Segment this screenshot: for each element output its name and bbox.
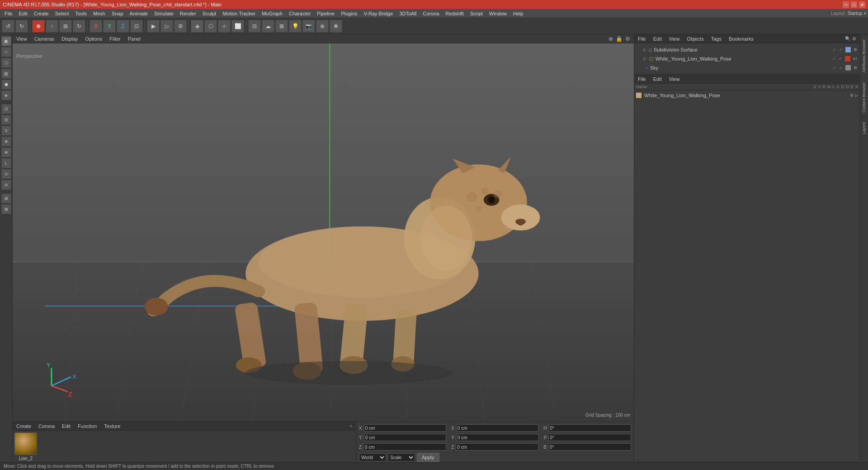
menu-mograph[interactable]: MoGraph xyxy=(259,10,285,17)
background-button[interactable]: ⊠ xyxy=(275,20,288,33)
obj-menu-edit[interactable]: Edit xyxy=(651,35,664,42)
tool-2[interactable]: ⊹ xyxy=(1,47,11,57)
x-axis-button[interactable]: X xyxy=(90,20,102,33)
attr-menu-view[interactable]: View xyxy=(667,75,682,83)
vp-menu-view[interactable]: View xyxy=(14,35,29,42)
tool-16[interactable]: ⊠ xyxy=(1,204,11,214)
edge-mode-button[interactable]: ⬡ xyxy=(204,20,217,33)
z-axis-button[interactable]: Z xyxy=(117,20,129,33)
obj-menu-view[interactable]: View xyxy=(667,35,682,42)
menu-select[interactable]: Select xyxy=(52,10,72,17)
coord-x2-input[interactable] xyxy=(456,424,539,432)
material-thumbnail[interactable] xyxy=(14,432,37,455)
polygon-mode-button[interactable]: ◈ xyxy=(191,20,203,33)
subdivision-check1[interactable]: ✓ xyxy=(833,47,836,52)
menu-window[interactable]: Window xyxy=(486,10,509,17)
tool-6[interactable]: ◈ xyxy=(1,90,11,100)
vp-icon-settings[interactable]: ⚙ xyxy=(625,36,630,42)
menu-tools[interactable]: Tools xyxy=(72,10,90,17)
vp-menu-options[interactable]: Options xyxy=(83,35,104,42)
subdivision-check2[interactable]: ✓ xyxy=(839,47,843,52)
tool-1[interactable]: ▣ xyxy=(1,36,11,46)
mat-menu-create[interactable]: Create xyxy=(14,423,33,430)
coord-b-input[interactable] xyxy=(548,443,631,451)
menu-plugins[interactable]: Plugins xyxy=(338,10,360,17)
material-item[interactable]: Lion_2 xyxy=(14,432,37,461)
target-button[interactable]: ⊕ xyxy=(316,20,329,33)
menu-character[interactable]: Character xyxy=(286,10,313,17)
tool-8[interactable]: ⊟ xyxy=(1,115,11,125)
live-selection-button[interactable]: ⊕ xyxy=(32,20,45,33)
point-mode-button[interactable]: ⊹ xyxy=(218,20,231,33)
layout-arrow[interactable]: ▾ xyxy=(864,11,866,16)
sky-check1[interactable]: ✓ xyxy=(833,66,836,70)
coord-z-input[interactable] xyxy=(363,443,446,451)
scale-dropdown[interactable]: Scale xyxy=(388,453,415,461)
floor-button[interactable]: ⊟ xyxy=(248,20,261,33)
vp-icon-lock[interactable]: 🔒 xyxy=(616,36,623,42)
move-button[interactable]: ↑ xyxy=(46,20,58,33)
render-to-picture-button[interactable]: ▶ xyxy=(147,20,160,33)
menu-animate[interactable]: Animate xyxy=(127,10,151,17)
lion-check1[interactable]: ✓ xyxy=(832,56,836,61)
viewport[interactable]: View Cameras Display Options Filter Pane… xyxy=(13,34,634,421)
menu-3dtoall[interactable]: 3DToAll xyxy=(396,10,419,17)
attributes-browser-tab[interactable]: Attributes Browser xyxy=(860,34,868,77)
mat-menu-edit[interactable]: Edit xyxy=(60,423,72,430)
attr-item-lion[interactable]: White_Young_Lion_Walking_Pose ⚙ ▷ xyxy=(634,90,860,100)
tool-7[interactable]: ⊡ xyxy=(1,104,11,114)
rotate-button[interactable]: ↻ xyxy=(73,20,85,33)
vp-menu-cameras[interactable]: Cameras xyxy=(33,35,57,42)
coord-h-input[interactable] xyxy=(549,424,632,432)
object-mode-button[interactable]: ⬜ xyxy=(231,20,244,33)
tool-3[interactable]: ⬡ xyxy=(1,58,11,68)
scene-area[interactable]: X Y Z Perspective Grid Spacing : 100 cm xyxy=(13,43,634,421)
menu-snap[interactable]: Snap xyxy=(109,10,126,17)
minimize-button[interactable]: ─ xyxy=(843,1,849,8)
menu-corona[interactable]: Corona xyxy=(420,10,442,17)
mat-menu-function[interactable]: Function xyxy=(76,423,99,430)
menu-create[interactable]: Create xyxy=(31,10,52,17)
apply-button[interactable]: Apply xyxy=(417,453,439,462)
obj-menu-tags[interactable]: Tags xyxy=(709,35,723,42)
obj-item-sky[interactable]: ○ Sky ✓ ✓ ⚙ xyxy=(636,63,858,72)
mat-menu-corona[interactable]: Corona xyxy=(37,423,57,430)
tool-15[interactable]: ⊞ xyxy=(1,193,11,203)
edit-render-settings-button[interactable]: ⚙ xyxy=(174,20,187,33)
menu-script[interactable]: Script xyxy=(467,10,486,17)
coord-x-input[interactable] xyxy=(364,424,447,432)
tool-10[interactable]: ⊕ xyxy=(1,136,11,146)
obj-menu-objects[interactable]: Objects xyxy=(685,35,705,42)
obj-menu-bookmarks[interactable]: Bookmarks xyxy=(727,35,755,42)
scale-button[interactable]: ⊞ xyxy=(59,20,72,33)
world-space-button[interactable]: ⊡ xyxy=(130,20,143,33)
obj-search-icon[interactable]: 🔍 xyxy=(845,36,850,41)
menu-motion-tracker[interactable]: Motion Tracker xyxy=(220,10,258,17)
obj-menu-file[interactable]: File xyxy=(636,35,648,42)
coord-p-input[interactable] xyxy=(548,434,631,441)
tool-13[interactable]: ⊙ xyxy=(1,169,11,179)
menu-simulate[interactable]: Simulate xyxy=(151,10,176,17)
maximize-button[interactable]: □ xyxy=(851,1,857,8)
world-dropdown[interactable]: World xyxy=(359,453,386,461)
obj-item-subdivision[interactable]: ▷ ◇ Subdivision Surface ✓ ✓ ⚙ xyxy=(636,45,858,54)
vp-icon-move[interactable]: ⊕ xyxy=(609,36,613,42)
tool-5[interactable]: ⬟ xyxy=(1,80,11,89)
attr-menu-edit[interactable]: Edit xyxy=(651,75,664,83)
lion-check2[interactable]: ✓ xyxy=(839,56,842,61)
attr-menu-file[interactable]: File xyxy=(636,75,648,83)
camera-button[interactable]: 📷 xyxy=(302,20,315,33)
coord-y-input[interactable] xyxy=(364,434,447,441)
tool-9[interactable]: S xyxy=(1,126,11,136)
fracture-button[interactable]: ❋ xyxy=(330,20,342,33)
menu-edit[interactable]: Edit xyxy=(16,10,30,17)
menu-file[interactable]: File xyxy=(2,10,15,17)
close-button[interactable]: ✕ xyxy=(859,1,865,8)
menu-pipeline[interactable]: Pipeline xyxy=(314,10,337,17)
menu-mesh[interactable]: Mesh xyxy=(90,10,108,17)
menu-redshift[interactable]: Redshift xyxy=(443,10,466,17)
tool-11[interactable]: ⊗ xyxy=(1,147,11,157)
vp-menu-filter[interactable]: Filter xyxy=(108,35,122,42)
undo-button[interactable]: ↺ xyxy=(2,20,14,33)
mat-menu-texture[interactable]: Texture xyxy=(102,423,122,430)
